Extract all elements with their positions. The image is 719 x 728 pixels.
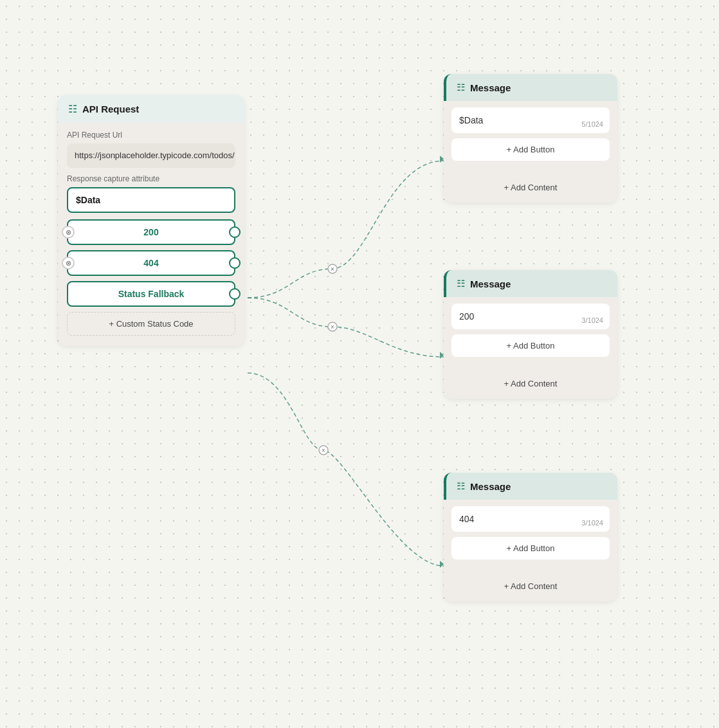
message-3-add-button[interactable]: + Add Button <box>451 537 610 560</box>
api-node-title: API Request <box>82 104 139 114</box>
status-404-value: 404 <box>76 258 226 268</box>
message-1-content: $Data 5/1024 + Add Button <box>444 101 617 172</box>
message-3-content: 404 3/1024 + Add Button <box>444 500 617 571</box>
status-fallback-connector[interactable] <box>229 288 241 300</box>
message-3-icon: ☷ <box>457 480 465 492</box>
status-404-close[interactable]: ⊗ <box>62 257 75 269</box>
status-404-connector[interactable] <box>229 257 241 269</box>
message-node-1: ☷ Message $Data 5/1024 + Add Button + Ad… <box>444 74 617 203</box>
message-2-char-count: 3/1024 <box>581 316 603 324</box>
status-404-row: ⊗ 404 <box>67 250 235 276</box>
status-fallback-value: Status Fallback <box>76 289 226 299</box>
url-section: API Request Url https://jsonplaceholder.… <box>58 131 244 168</box>
message-1-text[interactable]: $Data <box>459 115 602 125</box>
add-status-button[interactable]: + Custom Status Code <box>67 312 235 336</box>
message-2-add-content[interactable]: + Add Content <box>444 371 617 396</box>
message-1-text-area: $Data 5/1024 <box>451 107 610 133</box>
message-3-header: ☷ Message <box>444 473 617 500</box>
message-node-3: ☷ Message 404 3/1024 + Add Button + Add … <box>444 473 617 601</box>
message-1-icon: ☷ <box>457 82 465 93</box>
svg-point-3 <box>328 264 337 273</box>
message-3-char-count: 3/1024 <box>581 519 603 527</box>
message-1-char-count: 5/1024 <box>581 120 603 128</box>
status-200-close[interactable]: ⊗ <box>62 226 75 239</box>
message-2-title: Message <box>470 278 511 289</box>
message-3-add-content[interactable]: + Add Content <box>444 574 617 599</box>
message-2-content: 200 3/1024 + Add Button <box>444 297 617 369</box>
message-1-header: ☷ Message <box>444 74 617 101</box>
status-fallback-row: Status Fallback <box>67 281 235 307</box>
status-200-value: 200 <box>76 227 226 237</box>
message-1-title: Message <box>470 82 511 93</box>
status-200-connector[interactable] <box>229 226 241 238</box>
message-2-add-button[interactable]: + Add Button <box>451 334 610 357</box>
message-2-text[interactable]: 200 <box>459 311 602 322</box>
message-node-2: ☷ Message 200 3/1024 + Add Button + Add … <box>444 270 617 399</box>
message-2-header: ☷ Message <box>444 270 617 297</box>
message-2-icon: ☷ <box>457 278 465 289</box>
message-3-title: Message <box>470 481 511 492</box>
message-1-add-button[interactable]: + Add Button <box>451 138 610 161</box>
api-node-header: ☷ API Request <box>58 95 244 123</box>
response-section: Response capture attribute $Data <box>58 174 244 213</box>
url-label: API Request Url <box>67 131 235 140</box>
url-value: https://jsonplaceholder.typicode.com/tod… <box>67 143 235 168</box>
canvas: × × × ☷ API Request API Request Url http… <box>0 0 719 728</box>
svg-point-7 <box>319 446 328 455</box>
message-3-text-area: 404 3/1024 <box>451 506 610 532</box>
message-1-add-content[interactable]: + Add Content <box>444 175 617 200</box>
status-200-row: ⊗ 200 <box>67 219 235 245</box>
api-node-icon: ☷ <box>68 103 77 115</box>
response-label: Response capture attribute <box>67 174 235 183</box>
response-value[interactable]: $Data <box>67 187 235 213</box>
svg-text:×: × <box>322 447 325 454</box>
message-3-text[interactable]: 404 <box>459 514 602 524</box>
message-2-text-area: 200 3/1024 <box>451 304 610 329</box>
svg-text:×: × <box>331 266 334 273</box>
svg-point-5 <box>328 322 337 331</box>
svg-text:×: × <box>331 323 334 331</box>
api-request-node: ☷ API Request API Request Url https://js… <box>58 95 244 346</box>
